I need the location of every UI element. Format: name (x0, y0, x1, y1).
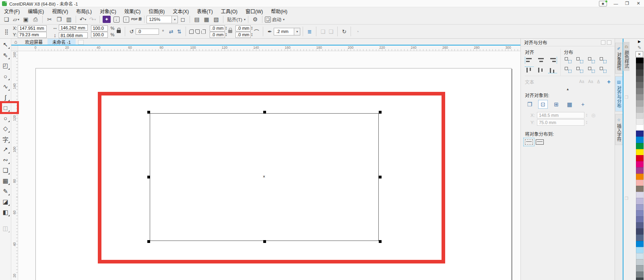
show-rulers-icon[interactable]: ▤ (192, 15, 201, 24)
fullscreen-preview-icon[interactable]: ◻ (178, 15, 187, 24)
color-swatch[interactable] (636, 222, 644, 229)
selection-handle-bottom-center[interactable] (263, 240, 266, 243)
menu-item[interactable]: 窗口(W) (242, 7, 267, 15)
docker-close-button[interactable] (607, 40, 611, 45)
color-swatch[interactable] (636, 253, 644, 259)
text-wrap-icon[interactable]: ≣ (306, 28, 313, 35)
publish-pdf-icon[interactable]: PDF 册 (131, 15, 142, 24)
distribute-center-v-icon[interactable] (576, 66, 584, 73)
distribute-left-icon[interactable] (564, 57, 573, 64)
menu-item[interactable]: 布局(L) (72, 7, 96, 15)
redo-icon[interactable]: ↷▾ (88, 15, 97, 24)
rectangle-tool-icon[interactable]: □ (1, 102, 10, 113)
palette-flyout-icon[interactable]: ▶ (635, 39, 644, 44)
align-center-h-icon[interactable] (537, 57, 545, 64)
color-swatch[interactable] (636, 94, 644, 100)
distribute-top-icon[interactable] (564, 66, 573, 73)
color-swatch[interactable] (636, 272, 644, 278)
color-swatch[interactable] (636, 192, 644, 198)
corner-radius-bl-input[interactable] (210, 32, 225, 38)
cut-icon[interactable]: ✂ (45, 15, 54, 24)
object-y-input[interactable] (18, 32, 47, 38)
color-swatch[interactable] (636, 82, 644, 88)
distribute-right-icon[interactable] (587, 57, 596, 64)
color-swatch[interactable] (636, 198, 644, 204)
color-swatch[interactable] (636, 106, 644, 113)
color-swatch[interactable] (636, 259, 644, 265)
menu-item[interactable]: 效果(C) (120, 7, 145, 15)
shape-tool-icon[interactable]: ⇖ (1, 50, 10, 60)
connector-tool-icon[interactable]: ∾ (1, 155, 10, 165)
menu-item[interactable]: 对象(C) (96, 7, 120, 15)
interactive-fill-tool-icon[interactable]: ◪ (1, 197, 10, 207)
print-icon[interactable]: ⎙ (31, 15, 40, 24)
对齐与分布[interactable]: ▤ 对齐与分布 (615, 76, 623, 112)
align-to-page-center-icon[interactable]: ⊞ (551, 100, 561, 109)
outline-tool-icon[interactable]: ◫ (1, 223, 10, 234)
ellipse-tool-icon[interactable]: ○ (1, 113, 10, 123)
color-swatch[interactable] (636, 143, 644, 149)
对象属性[interactable]: ✐ 对象属性 (615, 43, 623, 74)
tab-color-styles[interactable]: 🗀 颜色样式 (623, 42, 630, 71)
no-color-swatch[interactable]: ✕ (636, 51, 643, 57)
menu-item[interactable]: 帮助(H) (267, 7, 291, 15)
color-swatch[interactable] (636, 174, 644, 180)
menu-item[interactable]: 文本(X) (169, 7, 193, 15)
selection-handle-bottom-right[interactable] (379, 240, 382, 243)
palette-eyedropper-icon[interactable]: ✎ (635, 44, 644, 51)
selection-center-marker[interactable]: × (263, 174, 265, 179)
menu-item[interactable]: 视图(V) (48, 7, 72, 15)
color-swatch[interactable] (636, 247, 644, 253)
text-first-line-icon[interactable]: Aa (579, 79, 584, 84)
ungroup-icon[interactable]: ❑ (327, 28, 334, 35)
scale-y-input[interactable] (91, 32, 108, 38)
color-swatch[interactable] (636, 131, 644, 137)
add-alignment-point-icon[interactable]: + (607, 78, 611, 85)
new-document-icon[interactable]: ❏ (2, 15, 11, 24)
docker-collapse-arrow[interactable]: ▲ (525, 87, 611, 92)
drop-shadow-tool-icon[interactable]: ❏ (1, 165, 10, 176)
color-swatch[interactable] (636, 58, 644, 64)
corner-radius-tl-input[interactable] (210, 25, 225, 31)
corner-radius-tr-input[interactable] (235, 25, 251, 31)
zoom-tool-icon[interactable]: ○ (1, 71, 10, 81)
tab-untitled-document[interactable]: 未命名 -1 (47, 39, 76, 45)
docker-x-field[interactable]: 148.5 mm (537, 112, 584, 118)
text-tool-icon[interactable]: 字 (1, 134, 10, 144)
chamfered-corner-icon[interactable] (201, 29, 206, 34)
group-icon[interactable]: ❑ (319, 28, 326, 35)
selection-handle-bottom-left[interactable] (147, 240, 150, 243)
align-center-v-icon[interactable] (537, 66, 545, 73)
text-baseline-icon[interactable]: A̲ (597, 79, 600, 84)
options-gear-icon[interactable]: ⚙ (251, 15, 260, 24)
selection-handle-top-right[interactable] (379, 111, 382, 114)
selection-handle-top-left[interactable] (147, 111, 150, 114)
eyedropper-tool-icon[interactable]: ✎ (1, 186, 10, 197)
scalloped-corner-icon[interactable] (195, 29, 200, 34)
scale-x-input[interactable] (91, 25, 108, 31)
show-guidelines-icon[interactable]: ▧ (212, 15, 221, 24)
mirror-horizontal-icon[interactable]: ⇄ (167, 28, 175, 35)
pick-tool-icon[interactable]: ↖ (1, 39, 10, 50)
color-swatch[interactable] (636, 161, 644, 168)
snap-to-button[interactable]: 贴齐(T)▾ (226, 15, 246, 24)
outline-width-dropdown-icon[interactable]: ▾ (294, 28, 300, 35)
color-swatch[interactable] (636, 112, 644, 119)
home-icon[interactable]: ⌂ (11, 39, 20, 45)
relative-corner-scaling-icon[interactable]: ⌒ (253, 28, 260, 35)
round-corner-icon[interactable] (189, 29, 194, 34)
tab-welcome-screen[interactable]: 欢迎屏幕 (20, 39, 47, 45)
menu-item[interactable]: 表格(T) (193, 7, 217, 15)
align-top-icon[interactable] (525, 66, 534, 73)
color-swatch[interactable] (636, 180, 644, 186)
freehand-tool-icon[interactable]: ∿ (1, 81, 10, 92)
copy-icon[interactable]: ❐ (55, 15, 64, 24)
distribute-spacing-h-icon[interactable] (599, 57, 608, 64)
account-icon[interactable]: ☻ (599, 1, 607, 6)
color-swatch[interactable] (636, 204, 644, 211)
corner-radius-br-input[interactable] (235, 32, 251, 38)
color-swatch[interactable] (636, 216, 644, 223)
selection-handle-top-center[interactable] (263, 111, 266, 114)
zoom-level-combo[interactable]: 125% ▾ (147, 16, 178, 23)
undo-icon[interactable]: ↶▾ (78, 15, 87, 24)
